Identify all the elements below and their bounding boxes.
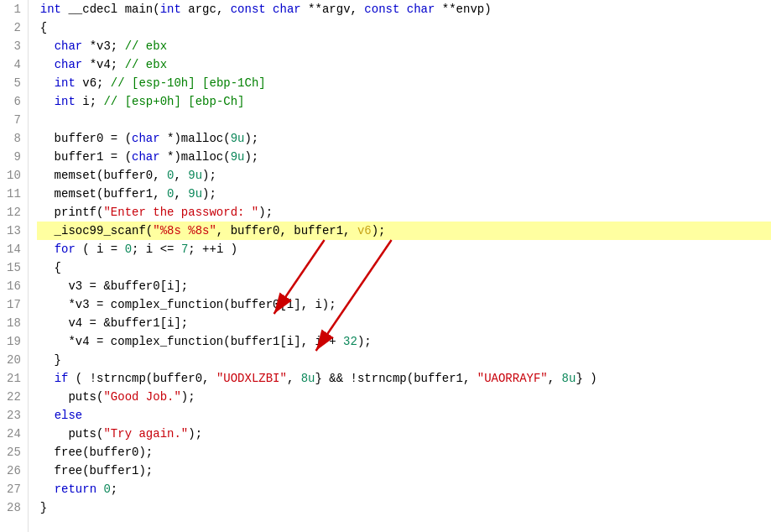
token: );	[202, 187, 216, 201]
token: );	[181, 390, 195, 404]
code-line-18: v4 = &buffer1[i];	[37, 314, 771, 332]
token	[399, 3, 406, 16]
line-number-21: 21	[7, 369, 21, 388]
code-line-11: memset(buffer1, 0, 9u);	[37, 185, 771, 203]
token: v6;	[76, 76, 111, 90]
token: );	[258, 206, 273, 219]
token: "UODXLZBI"	[216, 372, 287, 385]
token: ,	[287, 372, 301, 385]
line-number-5: 5	[7, 74, 21, 92]
code-line-16: v3 = &buffer0[i];	[37, 277, 771, 295]
line-number-23: 23	[7, 406, 21, 425]
line-number-25: 25	[7, 443, 21, 462]
token: {	[40, 21, 47, 34]
token: }	[40, 501, 47, 514]
token: *)malloc(	[160, 150, 231, 164]
token: argc,	[181, 3, 231, 16]
token: puts(	[40, 390, 104, 404]
token: **argv,	[301, 3, 365, 16]
token: // [esp+0h] [ebp-Ch]	[103, 95, 244, 108]
line-number-13: 13	[7, 222, 21, 240]
code-editor: 1234567891011121314151617181920212223242…	[0, 0, 771, 532]
token: free(buffer1);	[40, 464, 153, 477]
code-line-10: memset(buffer0, 0, 9u);	[37, 166, 771, 185]
token: free(buffer0);	[40, 446, 153, 459]
token: for	[55, 243, 76, 256]
line-number-20: 20	[7, 351, 21, 369]
token: v3 = &buffer0[i];	[40, 279, 188, 293]
token: char	[55, 58, 83, 71]
token: 8u	[301, 372, 315, 385]
line-number-4: 4	[7, 55, 21, 74]
token: memset(buffer1,	[40, 187, 167, 201]
token: {	[40, 261, 61, 274]
code-line-4: char *v4; // ebx	[37, 55, 771, 74]
token: int	[160, 3, 181, 16]
token: char	[273, 3, 301, 16]
line-number-3: 3	[7, 37, 21, 55]
token: , buffer0, buffer1,	[216, 224, 357, 237]
token: ( i =	[76, 243, 125, 256]
token: *v4 = complex_function(buffer1[i], i +	[40, 335, 343, 348]
token: "Good Job."	[103, 390, 180, 404]
code-line-7	[37, 111, 771, 129]
token: 0	[125, 243, 132, 256]
line-number-24: 24	[7, 425, 21, 443]
token: *v3 = complex_function(buffer0[i], i);	[40, 298, 336, 311]
token: "Enter the password: "	[103, 206, 258, 219]
code-line-6: int i; // [esp+0h] [ebp-Ch]	[37, 92, 771, 111]
line-number-11: 11	[7, 185, 21, 203]
token: ,	[548, 372, 562, 385]
token: ( !strncmp(buffer0,	[68, 372, 216, 385]
code-line-2: {	[37, 18, 771, 37]
token: ; i <=	[132, 243, 181, 256]
line-number-15: 15	[7, 258, 21, 277]
line-number-27: 27	[7, 480, 21, 498]
token	[40, 58, 55, 71]
token: 9u	[188, 187, 202, 201]
token: ;	[111, 482, 117, 496]
token: *)malloc(	[160, 132, 231, 145]
token: const	[231, 3, 266, 16]
token: );	[244, 150, 258, 164]
token: );	[202, 169, 216, 182]
line-number-10: 10	[7, 166, 21, 185]
line-number-8: 8	[7, 129, 21, 148]
token: } )	[576, 372, 596, 385]
token: 0	[103, 482, 110, 496]
line-number-12: 12	[7, 203, 21, 222]
token: v4 = &buffer1[i];	[40, 316, 188, 330]
code-content: int __cdecl main(int argc, const char **…	[29, 0, 771, 532]
code-line-19: *v4 = complex_function(buffer1[i], i + 3…	[37, 332, 771, 351]
token: char	[407, 3, 435, 16]
code-line-9: buffer1 = (char *)malloc(9u);	[37, 148, 771, 166]
token: "Try again."	[103, 427, 188, 441]
token: );	[188, 427, 202, 441]
token: 9u	[188, 169, 202, 182]
token: char	[132, 150, 160, 164]
token: ,	[174, 187, 188, 201]
code-line-17: *v3 = complex_function(buffer0[i], i);	[37, 295, 771, 314]
token	[40, 39, 55, 53]
token: *v3;	[82, 39, 124, 53]
line-number-18: 18	[7, 314, 21, 332]
token: *v4;	[82, 58, 124, 71]
token	[40, 95, 55, 108]
token: );	[244, 132, 258, 145]
code-line-28: }	[37, 498, 771, 517]
token: **envp)	[435, 3, 491, 16]
code-line-5: int v6; // [esp-10h] [ebp-1Ch]	[37, 74, 771, 92]
token: ,	[174, 169, 188, 182]
token	[40, 243, 55, 256]
token: return	[55, 482, 96, 496]
token: ; ++i )	[188, 243, 237, 256]
token	[266, 3, 273, 16]
code-line-12: printf("Enter the password: ");	[37, 203, 771, 222]
token: if	[55, 372, 69, 385]
code-line-22: puts("Good Job.");	[37, 388, 771, 406]
line-number-22: 22	[7, 388, 21, 406]
code-line-26: free(buffer1);	[37, 462, 771, 480]
code-line-1: int __cdecl main(int argc, const char **…	[37, 0, 771, 18]
line-number-19: 19	[7, 332, 21, 351]
line-number-gutter: 1234567891011121314151617181920212223242…	[0, 0, 29, 532]
